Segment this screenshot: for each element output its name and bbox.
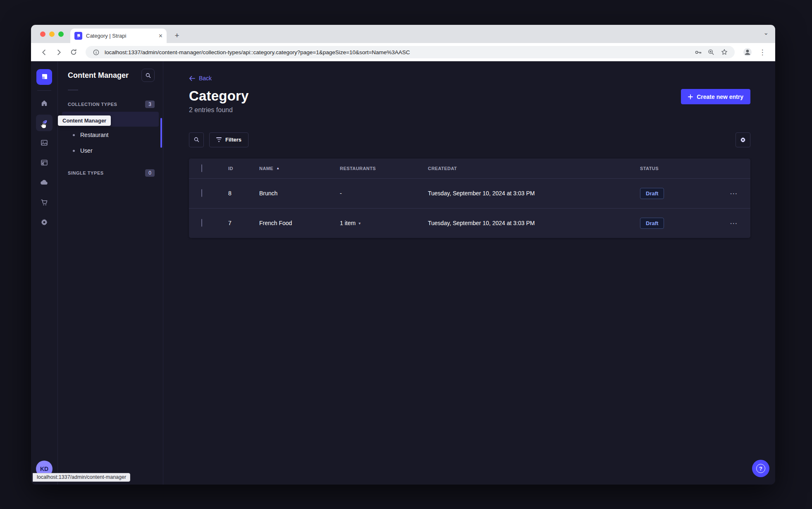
main-content: Back Category 2 entries found Create new…: [163, 61, 775, 485]
row-actions-menu[interactable]: ⋯: [717, 218, 750, 228]
sidebar-item-deploy-cloud[interactable]: [36, 174, 53, 191]
tab-search-chevron-icon[interactable]: ⌄: [763, 29, 769, 36]
back-link[interactable]: Back: [189, 75, 212, 82]
content-manager-tooltip: Content Manager: [58, 115, 111, 126]
filters-button[interactable]: Filters: [209, 132, 248, 147]
header-createdat[interactable]: CREATEDAT: [428, 166, 640, 171]
collection-types-count-badge: 3: [145, 101, 155, 108]
subnav-divider: [68, 90, 78, 90]
bookmark-star-icon[interactable]: [720, 48, 729, 57]
url-bar[interactable]: localhost:1337/admin/content-manager/col…: [86, 46, 735, 58]
subnav-scrollbar-thumb[interactable]: [160, 118, 162, 148]
table-header-row: ID NAME▲ RESTAURANTS CREATEDAT STATUS: [189, 158, 750, 178]
subnav-item-user[interactable]: User: [62, 143, 159, 158]
reload-icon[interactable]: [67, 46, 80, 58]
cell-createdat: Tuesday, September 10, 2024 at 3:03 PM: [428, 220, 640, 226]
window-controls: [40, 31, 64, 37]
page-title: Category: [189, 88, 750, 104]
browser-window: Category | Strapi × + ⌄ localhost:1337/a…: [31, 25, 775, 485]
cell-restaurants[interactable]: 1 item▾: [340, 220, 428, 226]
header-id[interactable]: ID: [228, 166, 259, 171]
bullet-icon: [73, 150, 75, 152]
sidebar-item-home[interactable]: [36, 95, 53, 111]
browser-menu-icon[interactable]: ⋮: [756, 46, 769, 58]
browser-tab-category[interactable]: Category | Strapi ×: [70, 29, 167, 43]
filters-label: Filters: [225, 137, 241, 143]
strapi-favicon-icon: [74, 32, 82, 40]
close-window-button[interactable]: [40, 31, 45, 37]
sidebar-item-media-library[interactable]: [36, 134, 53, 151]
strapi-logo-icon[interactable]: [36, 69, 52, 85]
entries-table: ID NAME▲ RESTAURANTS CREATEDAT STATUS 8 …: [189, 158, 750, 238]
url-text[interactable]: localhost:1337/admin/content-manager/col…: [105, 49, 689, 55]
zoom-icon[interactable]: [707, 48, 716, 57]
password-key-icon[interactable]: [693, 48, 702, 57]
subnav-search-button[interactable]: [141, 69, 155, 82]
sidebar-item-content-type-builder[interactable]: [36, 154, 53, 171]
section-single-types-label: SINGLE TYPES: [68, 170, 104, 175]
gear-icon: [740, 137, 746, 143]
link-status-tooltip: localhost:1337/admin/content-manager: [33, 473, 130, 482]
row-actions-menu[interactable]: ⋯: [717, 189, 750, 198]
tab-close-icon[interactable]: ×: [159, 33, 162, 39]
new-tab-button[interactable]: +: [171, 29, 183, 42]
view-settings-button[interactable]: [736, 132, 750, 147]
cell-createdat: Tuesday, September 10, 2024 at 3:03 PM: [428, 190, 640, 197]
minimize-window-button[interactable]: [49, 31, 55, 37]
create-new-entry-button[interactable]: Create new entry: [681, 89, 750, 104]
header-restaurants[interactable]: RESTAURANTS: [340, 166, 428, 171]
cell-name: Brunch: [259, 190, 340, 197]
sidebar-item-marketplace[interactable]: [36, 194, 53, 211]
table-row[interactable]: 7 French Food 1 item▾ Tuesday, September…: [189, 208, 750, 238]
mouse-cursor-icon: [39, 120, 47, 129]
status-badge: Draft: [640, 188, 664, 199]
section-collection-types-label: COLLECTION TYPES: [68, 102, 117, 107]
strapi-app: KD Content Manager COLLECTION TYPES 3 Ca…: [31, 61, 775, 485]
entries-count: 2 entries found: [189, 106, 750, 114]
forward-nav-icon[interactable]: [53, 46, 65, 58]
table-row[interactable]: 8 Brunch - Tuesday, September 10, 2024 a…: [189, 178, 750, 208]
sort-asc-icon: ▲: [276, 166, 279, 170]
select-all-checkbox[interactable]: [201, 164, 202, 172]
cell-restaurants: -: [340, 190, 428, 197]
question-mark-icon: ?: [756, 464, 765, 473]
subnav-title: Content Manager: [68, 71, 129, 80]
cell-id: 7: [228, 220, 259, 226]
browser-toolbar: localhost:1337/admin/content-manager/col…: [31, 43, 775, 61]
filter-icon: [216, 137, 222, 142]
row-checkbox[interactable]: [201, 189, 202, 197]
table-search-button[interactable]: [189, 132, 204, 147]
subnav-item-label: User: [80, 147, 93, 154]
maximize-window-button[interactable]: [58, 31, 64, 37]
filters-row: Filters: [189, 132, 750, 147]
back-nav-icon[interactable]: [38, 46, 50, 58]
help-button[interactable]: ?: [752, 460, 769, 477]
status-badge: Draft: [640, 218, 664, 229]
header-name[interactable]: NAME▲: [259, 166, 340, 171]
bullet-icon: [73, 134, 75, 136]
cell-name: French Food: [259, 220, 340, 226]
rail-divider: [37, 90, 51, 91]
cell-id: 8: [228, 190, 259, 197]
create-new-entry-label: Create new entry: [697, 94, 743, 100]
site-info-icon[interactable]: [91, 48, 100, 57]
chevron-down-icon: ▾: [358, 221, 361, 226]
subnav-item-label: Restaurant: [80, 132, 108, 138]
row-checkbox[interactable]: [201, 219, 202, 227]
sidebar-item-settings[interactable]: [36, 214, 53, 230]
plus-icon: [688, 94, 693, 99]
header-status[interactable]: STATUS: [640, 166, 717, 171]
subnav-item-restaurant[interactable]: Restaurant: [62, 127, 159, 142]
search-icon: [193, 137, 200, 143]
back-label: Back: [199, 75, 212, 82]
tab-title: Category | Strapi: [86, 33, 155, 39]
single-types-count-badge: 0: [145, 169, 155, 177]
profile-avatar-icon[interactable]: [741, 46, 754, 58]
browser-tab-bar: Category | Strapi × + ⌄: [31, 25, 775, 43]
